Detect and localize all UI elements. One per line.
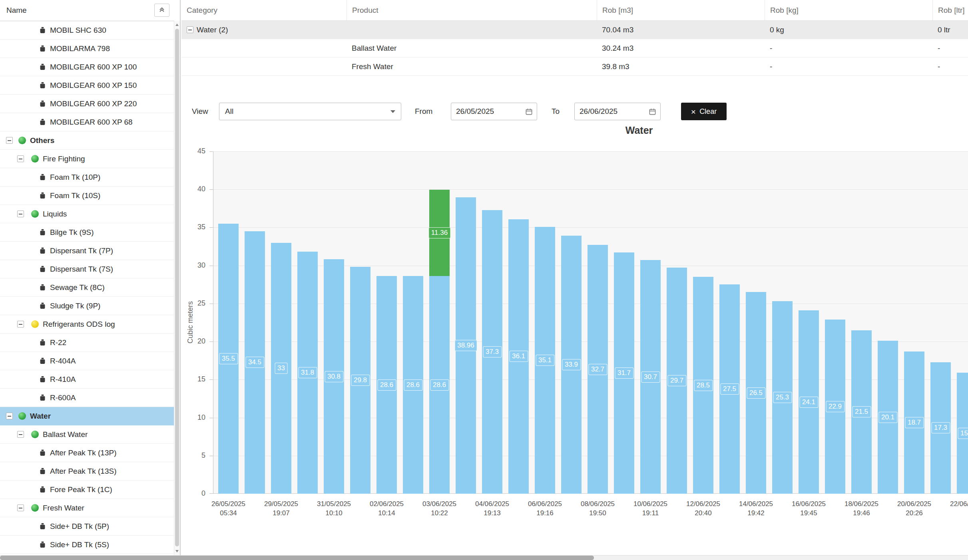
x-axis-label: 03/06/202510:22 (422, 499, 456, 518)
bar-value-label: 28.6 (430, 379, 449, 391)
column-header-rob-m3[interactable]: Rob [m3] (597, 0, 765, 20)
sidebar-item[interactable]: R-22 (0, 334, 175, 352)
sidebar-item[interactable]: MOBILGEAR 600 XP 100 (0, 58, 175, 76)
sidebar-item[interactable]: MOBILGEAR 600 XP 220 (0, 95, 175, 113)
sidebar-item[interactable]: Fresh Water (0, 499, 175, 517)
bar-value-label: 33 (275, 363, 288, 374)
column-header-rob-kg[interactable]: Rob [kg] (765, 0, 932, 20)
product-cell: Ballast Water (347, 44, 597, 53)
sidebar-item[interactable]: Sewage Tk (8C) (0, 278, 175, 297)
tank-icon (39, 63, 46, 71)
rob-kg-cell: - (765, 62, 932, 71)
sidebar-item[interactable]: Side+ DB Tk (5P) (0, 517, 175, 536)
table-row[interactable]: Fresh Water39.8 m3-- (181, 58, 968, 76)
collapse-toggle-icon[interactable] (6, 137, 13, 144)
sidebar-item[interactable]: After Peak Tk (13S) (0, 462, 175, 481)
sidebar-scrollbar[interactable] (174, 21, 180, 555)
x-axis-label-time: 19:50 (581, 508, 615, 518)
sidebar-item[interactable]: R-600A (0, 389, 175, 407)
collapse-toggle-icon[interactable] (187, 26, 193, 33)
sidebar-item[interactable]: Dispersant Tk (7S) (0, 260, 175, 278)
collapse-toggle-icon[interactable] (17, 431, 24, 438)
bar-value-label: 33.9 (562, 359, 581, 370)
sidebar-item[interactable]: Refrigerants ODS log (0, 315, 175, 334)
sidebar-item[interactable]: R-410A (0, 370, 175, 389)
bar-value-label: 35.1 (536, 355, 554, 366)
scrollbar-thumb[interactable] (175, 29, 179, 546)
calendar-icon[interactable] (649, 108, 656, 115)
table-row[interactable]: Ballast Water30.24 m3-- (181, 39, 968, 58)
bar-value-label: 20.1 (878, 412, 897, 423)
collapse-toggle-icon[interactable] (17, 504, 24, 511)
x-axis-label-time: 10:14 (370, 508, 404, 518)
sidebar-item[interactable]: Ballast Water (0, 425, 175, 444)
collapse-toggle-icon[interactable] (17, 155, 24, 162)
sidebar-item-label: Foam Tk (10S) (50, 191, 100, 200)
sidebar-item[interactable]: Bilge Tk (9S) (0, 223, 175, 242)
bar-value-label: 38.96 (454, 340, 477, 351)
collapse-all-button[interactable] (154, 4, 169, 17)
sidebar-item[interactable]: Sludge Tk (9P) (0, 297, 175, 315)
sidebar-item[interactable]: Fire Fighting (0, 150, 175, 168)
sidebar-item-label: Bilge Tk (9S) (50, 228, 94, 237)
sidebar-item[interactable]: After Peak Tk (13P) (0, 444, 175, 462)
bar-value-label: 31.7 (615, 367, 633, 379)
sidebar-item[interactable]: MOBILGEAR 600 XP 150 (0, 76, 175, 95)
y-tick-label: 40 (184, 185, 205, 193)
to-date-input[interactable]: 26/06/2025 (574, 103, 661, 120)
bar-value-label: 36.1 (509, 351, 528, 362)
x-axis-label: 02/06/202510:14 (370, 499, 404, 518)
x-axis-label-time: 05:34 (211, 508, 245, 518)
category-cell: Water (2) (181, 26, 347, 34)
x-axis-label-time: 20:26 (897, 508, 931, 518)
sidebar-item[interactable]: Dispersant Tk (7P) (0, 242, 175, 260)
bar-value-label: 26.5 (747, 387, 765, 399)
sidebar-item[interactable]: MOBILGEAR 600 XP 68 (0, 113, 175, 131)
bar-value-label: 30.7 (641, 371, 660, 383)
sidebar-item[interactable]: Foam Tk (10P) (0, 168, 175, 187)
rob-m3-cell: 39.8 m3 (597, 62, 765, 71)
from-date-input[interactable]: 26/05/2025 (451, 103, 537, 120)
x-axis-label-date: 26/05/2025 (211, 499, 245, 508)
rob-m3-cell: 70.04 m3 (597, 26, 765, 34)
sidebar-item[interactable]: Liquids (0, 205, 175, 223)
y-tick-mark (209, 379, 213, 380)
y-tick-mark (209, 493, 213, 494)
sidebar-item[interactable]: Foam Tk (10S) (0, 187, 175, 205)
sidebar-item[interactable]: MOBIL SHC 630 (0, 21, 175, 40)
x-axis-label-date: 22/06/2025 (950, 499, 968, 508)
sidebar-tree: MOBIL SHC 630MOBILARMA 798MOBILGEAR 600 … (0, 21, 175, 555)
sidebar-item[interactable]: MOBILARMA 798 (0, 40, 175, 58)
scroll-down-icon[interactable] (174, 548, 180, 554)
sidebar-item[interactable]: Fore Peak Tk (1C) (0, 481, 175, 499)
collapse-toggle-icon[interactable] (17, 210, 24, 217)
sidebar-item-label: Foam Tk (10P) (50, 173, 100, 182)
y-tick-label: 20 (184, 337, 205, 346)
scrollbar-thumb[interactable] (0, 556, 594, 560)
y-tick-label: 25 (184, 299, 205, 308)
sidebar-item[interactable]: Others (0, 131, 175, 150)
tank-icon (39, 486, 46, 493)
view-select[interactable]: All (219, 103, 401, 120)
y-tick-label: 0 (184, 489, 205, 498)
collapse-toggle-icon[interactable] (6, 413, 13, 419)
clear-button[interactable]: × Clear (681, 103, 727, 120)
x-axis-label: 04/06/202519:13 (475, 499, 509, 518)
column-header-rob-ltr[interactable]: Rob [ltr] (932, 0, 968, 20)
status-green-icon (31, 504, 39, 512)
y-tick-mark (209, 456, 213, 456)
table-row[interactable]: Water (2)70.04 m30 kg0 ltr (181, 21, 968, 39)
column-header-product[interactable]: Product (347, 0, 597, 20)
sidebar-item[interactable]: R-404A (0, 352, 175, 370)
tank-icon (39, 265, 46, 273)
horizontal-scrollbar[interactable] (0, 555, 968, 560)
sidebar-item[interactable]: Side+ DB Tk (5S) (0, 536, 175, 554)
column-header-category[interactable]: Category (181, 0, 347, 20)
x-axis-label-time: 19:46 (845, 508, 878, 518)
calendar-icon[interactable] (525, 108, 533, 115)
rob-kg-cell: - (765, 44, 932, 53)
collapse-toggle-icon[interactable] (17, 321, 24, 328)
scroll-up-icon[interactable] (174, 22, 180, 28)
sidebar-item[interactable]: Water (0, 407, 175, 425)
rob-m3-cell: 30.24 m3 (597, 44, 765, 53)
